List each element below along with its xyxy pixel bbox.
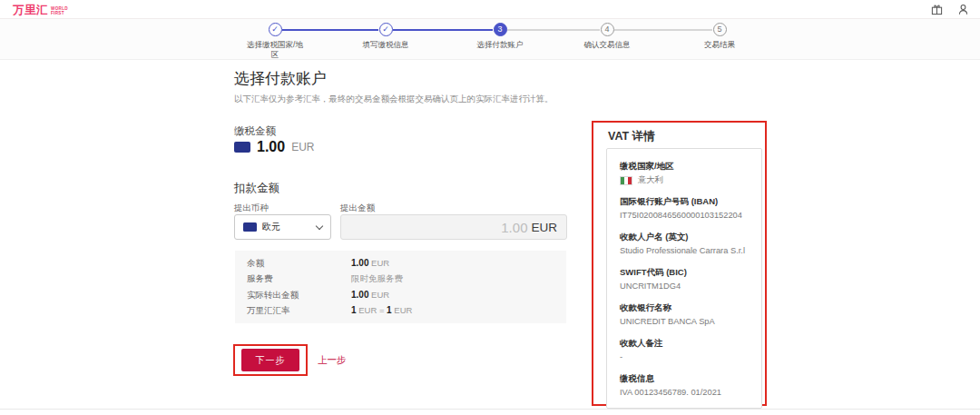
gift-icon[interactable] xyxy=(931,4,943,15)
rate-disclaimer: 以下汇率仅为参考汇率，最终的交易金额会根据交易确认页上的实际汇率进行计算。 xyxy=(234,94,554,105)
transaction-summary: 余额 1.00 EUR 服务费 限时免服务费 实际转出金额 1.00 EUR 万… xyxy=(235,251,566,323)
eu-flag-icon-small xyxy=(243,222,257,232)
logo-text-en: WORLD FIRST xyxy=(51,6,68,15)
eu-flag-icon xyxy=(234,142,250,153)
step-confirm-transaction[interactable]: 4 确认交易信息 xyxy=(562,23,652,50)
summary-row-service-fee: 服务费 限时免服务费 xyxy=(247,273,554,284)
withdraw-amount-currency: EUR xyxy=(531,221,557,234)
page: 万里汇 WORLD FIRST xyxy=(0,0,980,415)
tax-amount-value: 1.00 xyxy=(257,139,285,155)
step-5-circle[interactable]: 5 xyxy=(713,23,727,36)
step-3-label: 选择付款账户 xyxy=(455,40,545,50)
worldfirst-logo[interactable]: 万里汇 WORLD FIRST xyxy=(13,3,68,18)
step-3-circle[interactable]: 3 xyxy=(494,23,507,36)
vat-field-swift: SWIFT代码 (BIC) UNCRITM1DG4 xyxy=(620,267,749,292)
step-5-label: 交易结果 xyxy=(674,40,765,50)
previous-step-link[interactable]: 上一步 xyxy=(318,354,347,367)
step-1-label: 选择缴税国家/地区 xyxy=(230,40,320,60)
tax-amount-currency: EUR xyxy=(291,141,314,153)
next-step-button[interactable]: 下一步 xyxy=(241,349,299,371)
step-fill-tax-info[interactable]: ✓ 填写缴税信息 xyxy=(340,23,431,50)
vat-field-bank-name: 收款银行名称 UNICREDIT BANCA SpA xyxy=(620,302,749,328)
vat-details-card: 缴税国家/地区 意大利 国际银行账户号码 (IBAN) IT75I0200846… xyxy=(606,148,762,409)
vat-field-payee-memo: 收款人备注 - xyxy=(620,338,749,363)
tax-amount-label: 缴税金额 xyxy=(234,124,276,138)
vat-field-payee-name: 收款人户名 (英文) Studio Professionale Carrara … xyxy=(620,232,749,257)
summary-row-exchange-rate: 万里汇汇率 1 EUR = 1 EUR xyxy=(247,305,554,316)
logo-text-cn: 万里汇 xyxy=(13,3,48,18)
withdraw-amount-value: 1.00 xyxy=(501,220,527,235)
step-2-circle[interactable]: ✓ xyxy=(379,23,393,36)
currency-select[interactable]: 欧元 xyxy=(234,214,331,240)
step-1-circle[interactable]: ✓ xyxy=(269,23,282,36)
step-4-label: 确认交易信息 xyxy=(562,40,652,50)
withdraw-currency-label: 提出币种 xyxy=(234,203,269,214)
step-select-payment-account[interactable]: 3 选择付款账户 xyxy=(455,23,545,50)
italy-flag-icon xyxy=(620,176,632,185)
step-4-circle[interactable]: 4 xyxy=(601,23,614,36)
step-select-country[interactable]: ✓ 选择缴税国家/地区 xyxy=(230,23,320,60)
top-header: 万里汇 WORLD FIRST xyxy=(0,0,980,19)
vat-field-country: 缴税国家/地区 意大利 xyxy=(620,161,749,186)
chevron-down-icon xyxy=(316,222,323,229)
vat-field-tax-info: 缴税信息 IVA 00123456789. 01/2021 xyxy=(620,373,749,399)
summary-row-actual-transfer: 实际转出金额 1.00 EUR xyxy=(247,290,554,301)
page-bottom-divider xyxy=(0,409,980,410)
deduction-heading: 扣款金额 xyxy=(234,181,279,196)
page-title: 选择付款账户 xyxy=(234,68,327,89)
tax-amount-row: 1.00 EUR xyxy=(234,139,314,155)
progress-stepper: ✓ 选择缴税国家/地区 ✓ 填写缴税信息 3 选择付款账户 4 确认交易信息 5… xyxy=(0,19,980,60)
withdraw-amount-input[interactable]: 1.00 EUR xyxy=(340,214,567,240)
step-transaction-result[interactable]: 5 交易结果 xyxy=(674,23,765,50)
currency-select-value: 欧元 xyxy=(262,221,280,233)
header-actions xyxy=(931,4,969,15)
withdraw-amount-label: 提出金额 xyxy=(340,203,375,214)
step-2-label: 填写缴税信息 xyxy=(340,40,431,50)
summary-row-balance: 余额 1.00 EUR xyxy=(247,258,554,269)
user-icon[interactable] xyxy=(957,4,969,15)
vat-details-title: VAT 详情 xyxy=(608,129,655,144)
vat-field-iban: 国际银行账户号码 (IBAN) IT75I0200846560000103152… xyxy=(620,196,749,222)
